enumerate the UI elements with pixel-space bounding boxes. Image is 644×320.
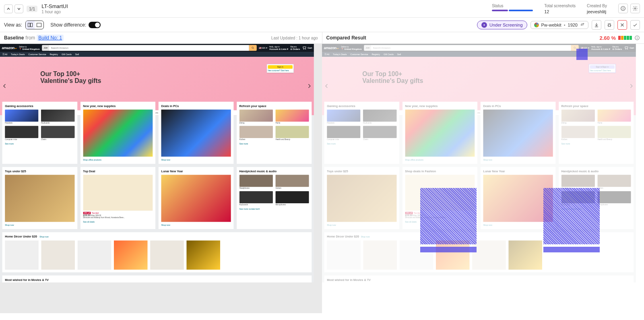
created-by-value: jeeveshlitj [587,9,607,14]
baseline-pane[interactable]: amazon⌣ Deliver to 📍 United Kingdom All … [0,44,322,313]
svg-rect-5 [31,23,33,27]
baseline-header: Baseline from Build No: 1 Last Updated :… [0,32,322,43]
svg-rect-6 [37,23,41,27]
compare-header: Baseline from Build No: 1 Last Updated :… [0,32,644,44]
baseline-updated: Last Updated : 1 hour ago [271,36,318,40]
hero-headline: Our Top 100+Valentine's Day gifts [40,70,101,85]
nav-sell[interactable]: Sell [75,53,79,56]
amz-returns[interactable]: Returns& Orders [290,45,300,51]
show-diff-toggle[interactable] [89,22,101,28]
settings-button[interactable] [630,4,640,13]
next-build-button[interactable] [14,4,23,13]
info-icon[interactable] [634,35,640,41]
cart-icon [302,45,307,50]
build-header: 1/1 LT-SmartUI 1 hour ago Status Total s… [0,0,644,18]
download-button[interactable] [592,20,601,30]
amz-account[interactable]: Hello, sign in Account & Lists ▾ [269,45,288,51]
screening-status-pill[interactable]: Under Screening [477,21,527,29]
svg-point-2 [623,7,623,8]
svg-point-14 [574,47,576,48]
amz-page-compared: amazon⌣ Deliver to📍 United Kingdom All ▾… [322,44,636,283]
browser-name: Pw-webkit [541,23,561,27]
diff-severity-bars [618,36,632,40]
nav-deals[interactable]: Today's Deals [11,53,25,56]
status-label: Status [492,4,533,8]
screenshots-value: 12 [544,9,576,14]
diff-percentage: 2.60 % [600,35,616,41]
svg-rect-4 [28,23,30,27]
amz-cart[interactable]: Cart [302,45,312,50]
approve-button[interactable] [630,20,640,30]
nav-all[interactable]: ☰ All [2,53,7,56]
browser-icon [534,23,539,27]
screenshots-label: Total screenshots [544,4,576,8]
compare-toolbar: View as: Show difference: Under Screenin… [0,18,644,32]
hero-next[interactable] [306,82,313,91]
card-gaming: Gaming accessories Headsets Keyboards Co… [2,102,77,164]
card-pcs: Deals in PCs Shop now [159,102,233,164]
row-movies: Most wished for in Movies & TV [2,275,312,282]
compared-header: Compared Result 2.60 % [322,32,644,43]
card-refresh: Refresh your space Dining Home Kitchen H… [237,102,312,164]
search-icon [251,46,254,50]
amz-page: amazon⌣ Deliver to 📍 United Kingdom All … [0,44,314,283]
svg-point-7 [483,24,485,25]
nav-registry[interactable]: Registry [50,53,58,56]
created-by-meta: Created By jeeveshlitj [587,4,607,14]
svg-point-11 [637,37,638,37]
screening-status-text: Under Screening [489,23,523,27]
card-supplies: New year, new supplies Shop office produ… [80,102,155,164]
card-lunar: Lunar New Year Shop now [159,167,233,229]
card-toys: Toys under $25 Shop now [2,167,77,229]
amz-subnav: ☰ All Today's Deals Customer Service Reg… [0,52,314,57]
nav-giftcards[interactable]: Gift Cards [62,53,72,56]
popover-new-customer[interactable]: New customer? Start here. [268,70,293,72]
svg-point-3 [634,8,636,9]
svg-line-15 [575,48,576,49]
svg-point-8 [608,24,611,26]
show-diff-label: Show difference: [50,22,86,28]
card-music: Handpicked music & audio Headphones Guit… [237,167,312,229]
row-home-decor: Home Décor Under $20 Shop now [2,232,312,273]
svg-line-13 [253,48,254,49]
baseline-build-link[interactable]: Build No: 1 [37,35,64,41]
amz-search-input[interactable] [49,45,249,51]
amz-deliver[interactable]: Deliver to 📍 United Kingdom [19,45,39,51]
baseline-label: Baseline [4,35,24,41]
info-button[interactable] [618,4,628,13]
build-title: LT-SmartUI [41,3,68,9]
compared-pane[interactable]: amazon⌣ Deliver to📍 United Kingdom All ▾… [322,44,644,313]
amz-search-button[interactable] [249,45,257,51]
viewport-width: 1920 [568,23,578,27]
view-mode-toggle[interactable] [25,21,44,29]
amz-lang[interactable]: 🇺🇸 EN ▾ [259,47,267,49]
card-topdeal: Top Deal 25% offTop deal $28.80 Was: $39… [80,167,155,229]
baseline-from: from [25,35,35,41]
amz-search-category[interactable]: All ▾ [42,45,49,51]
build-counter: 1/1 [27,6,37,12]
svg-point-12 [252,47,254,48]
single-view-icon[interactable] [35,21,43,29]
card-link[interactable]: See more [5,143,74,145]
hero-prev[interactable] [1,82,8,91]
amz-topnav: amazon⌣ Deliver to 📍 United Kingdom All … [0,44,314,52]
card-grid: Gaming accessories Headsets Keyboards Co… [0,102,314,229]
screenshots-meta: Total screenshots 12 [544,4,576,14]
compare-panes: amazon⌣ Deliver to 📍 United Kingdom All … [0,44,644,313]
prev-build-button[interactable] [4,4,13,13]
eye-icon [481,22,487,28]
amz-logo[interactable]: amazon⌣ [2,46,17,50]
signin-popover: Sign in New customer? Start here. [267,64,294,73]
build-age: 1 hour ago [41,10,68,14]
status-progress [492,10,533,11]
compared-label: Compared Result [326,35,366,41]
view-as-label: View as: [4,22,22,28]
bug-button[interactable] [605,20,614,30]
popover-signin-button[interactable]: Sign in [268,65,293,69]
reject-button[interactable] [617,20,627,30]
nav-cs[interactable]: Customer Service [28,53,46,56]
status-meta: Status [492,4,533,11]
side-by-side-icon[interactable] [26,21,35,29]
signin-popover-diff: Sign in/Sign in New customer? Start here… [589,64,616,73]
browser-viewport-selector[interactable]: Pw-webkit • 1920 [530,21,588,29]
